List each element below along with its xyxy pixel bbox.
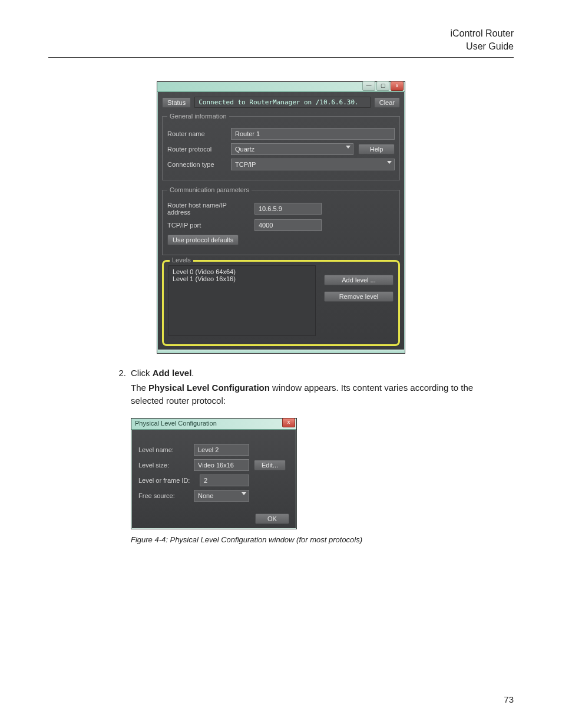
remove-level-button[interactable]: Remove level	[324, 291, 394, 302]
step-number: 2.	[118, 368, 126, 378]
level-name-label: Level name:	[138, 446, 189, 453]
minimize-button[interactable]: —	[362, 81, 375, 91]
chevron-down-icon	[346, 146, 351, 149]
dlg2-title: Physical Level Configuration	[135, 420, 217, 427]
levels-legend: Levels	[170, 256, 193, 263]
step-paragraph: The Physical Level Configuration window …	[131, 381, 508, 407]
level-name-input[interactable]: Level 2	[194, 444, 249, 456]
clear-button[interactable]: Clear	[374, 97, 400, 108]
router-protocol-label: Router protocol	[167, 146, 226, 153]
edit-button[interactable]: Edit...	[254, 460, 286, 470]
port-label: TCP/IP port	[167, 222, 250, 229]
communication-parameters-legend: Communication parameters	[167, 186, 252, 193]
dlg2-titlebar[interactable]: Physical Level Configuration x	[131, 419, 296, 430]
free-source-select[interactable]: None	[194, 490, 249, 502]
page-number: 73	[504, 694, 514, 704]
general-information-group: General information Router name Router 1…	[162, 113, 400, 180]
header-title: iControl Router	[48, 27, 514, 40]
page-header: iControl Router User Guide	[48, 27, 514, 52]
host-input[interactable]: 10.6.5.9	[254, 203, 322, 215]
chevron-down-icon	[387, 161, 392, 164]
window-titlebar[interactable]: — ▢ x	[157, 82, 405, 92]
router-name-label: Router name	[167, 130, 226, 137]
status-text: Connected to RouterManager on /10.6.6.30…	[194, 97, 371, 108]
physical-level-config-window: Physical Level Configuration x Level nam…	[131, 418, 297, 529]
router-config-window: — ▢ x Status Connected to RouterManager …	[157, 81, 405, 354]
close-button[interactable]: x	[391, 81, 404, 91]
ok-button[interactable]: OK	[255, 513, 289, 524]
step-2: 2. Click Add level.	[118, 368, 495, 378]
port-input[interactable]: 4000	[254, 219, 322, 231]
free-source-label: Free source:	[138, 492, 189, 499]
figure-caption: Figure 4-4: Physical Level Configuration…	[131, 535, 514, 544]
step-text: Click Add level.	[131, 368, 194, 378]
dlg2-close-button[interactable]: x	[282, 418, 295, 427]
list-item[interactable]: Level 1 (Video 16x16)	[173, 275, 312, 282]
router-protocol-select[interactable]: Quartz	[231, 143, 353, 155]
help-button[interactable]: Help	[358, 144, 395, 154]
host-label: Router host name/IP address	[167, 202, 250, 216]
header-subtitle: User Guide	[48, 40, 514, 53]
level-size-field: Video 16x16	[194, 459, 249, 471]
connection-type-select[interactable]: TCP/IP	[231, 159, 395, 170]
connection-type-label: Connection type	[167, 161, 226, 168]
maximize-button[interactable]: ▢	[376, 81, 389, 91]
level-id-input[interactable]: 2	[200, 475, 249, 486]
status-button[interactable]: Status	[162, 97, 191, 108]
list-item[interactable]: Level 0 (Video 64x64)	[173, 268, 312, 275]
levels-list[interactable]: Level 0 (Video 64x64) Level 1 (Video 16x…	[168, 265, 316, 336]
add-level-button[interactable]: Add level ...	[324, 275, 394, 285]
header-rule	[48, 57, 514, 58]
use-protocol-defaults-button[interactable]: Use protocol defaults	[167, 235, 239, 245]
level-size-label: Level size:	[138, 462, 189, 469]
router-name-input[interactable]: Router 1	[231, 128, 395, 140]
level-id-label: Level or frame ID:	[138, 477, 195, 484]
communication-parameters-group: Communication parameters Router host nam…	[162, 186, 400, 255]
chevron-down-icon	[242, 492, 246, 495]
general-information-legend: General information	[167, 113, 229, 120]
window-footer-edge	[157, 350, 405, 353]
levels-group: Levels Level 0 (Video 64x64) Level 1 (Vi…	[162, 260, 400, 346]
